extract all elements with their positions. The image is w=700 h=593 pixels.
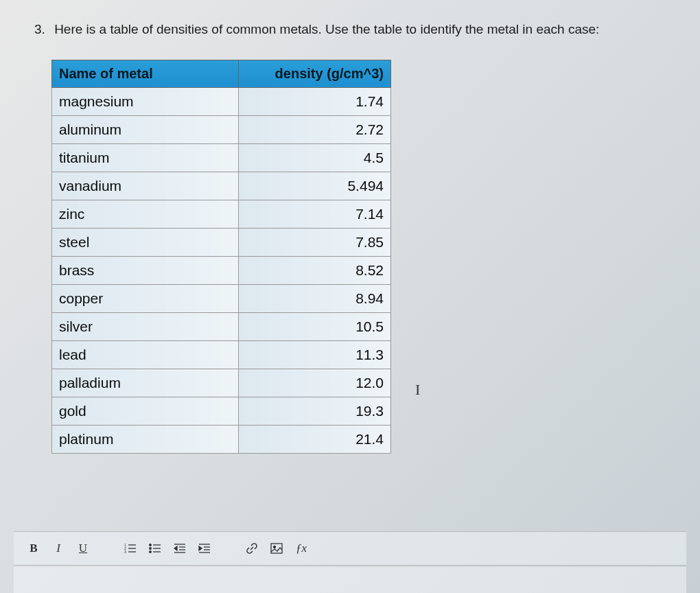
svg-marker-16 [174,546,177,550]
table-row: platinum21.4 [52,425,391,453]
table-row: palladium12.0 [52,369,391,397]
metal-density-cell: 7.85 [238,228,390,256]
metal-density-cell: 5.494 [238,172,390,200]
table-row: aluminum2.72 [52,115,391,143]
metal-density-cell: 8.94 [238,284,390,312]
metal-name-cell: gold [52,397,239,425]
metal-density-cell: 1.74 [238,87,390,115]
metal-name-cell: steel [52,228,239,256]
table-row: lead11.3 [52,340,391,369]
metal-name-cell: copper [52,284,239,312]
image-button[interactable] [267,539,286,558]
metal-density-cell: 10.5 [238,312,390,340]
text-cursor-icon: I [415,381,420,399]
table-row: magnesium1.74 [52,87,391,115]
question-number: 3. [34,22,45,36]
table-row: brass8.52 [52,256,391,284]
metal-density-cell: 12.0 [238,369,390,397]
italic-button[interactable]: I [49,539,68,558]
header-name: Name of metal [52,60,239,87]
link-button[interactable] [242,539,261,558]
metal-density-cell: 4.5 [238,143,390,172]
metal-name-cell: silver [52,312,239,340]
formula-button[interactable]: ƒx [292,539,311,558]
outdent-button[interactable] [170,539,189,558]
metal-density-cell: 21.4 [238,425,390,453]
metal-density-cell: 7.14 [238,200,390,228]
table-row: silver10.5 [52,312,391,340]
answer-input-area[interactable] [14,567,686,593]
svg-point-7 [150,548,152,550]
metal-name-cell: zinc [52,200,239,228]
header-density: density (g/cm^3) [238,60,390,87]
svg-point-6 [150,544,152,546]
svg-point-8 [150,551,152,553]
metal-name-cell: brass [52,256,239,284]
metal-name-cell: titanium [52,143,239,172]
metal-name-cell: aluminum [52,115,239,143]
metal-density-cell: 11.3 [238,340,390,369]
question-body: Here is a table of densities of common m… [54,22,599,36]
density-table: Name of metal density (g/cm^3) magnesium… [51,60,391,454]
table-row: vanadium5.494 [52,172,391,200]
metal-name-cell: palladium [52,369,239,397]
question-text: 3. Here is a table of densities of commo… [34,21,679,39]
metal-name-cell: vanadium [52,172,239,200]
table-row: gold19.3 [52,397,391,425]
indent-button[interactable] [195,539,214,558]
metal-density-cell: 19.3 [238,397,390,425]
metal-density-cell: 2.72 [238,115,390,143]
table-row: copper8.94 [52,284,391,312]
svg-point-23 [274,546,276,548]
svg-marker-21 [199,546,202,550]
table-row: zinc7.14 [52,200,391,228]
svg-text:3: 3 [124,550,126,554]
metal-density-cell: 8.52 [238,256,390,284]
numbered-list-button[interactable]: 123 [121,539,140,558]
underline-button[interactable]: U [73,539,93,558]
metal-name-cell: platinum [52,425,239,453]
bullet-list-button[interactable] [145,539,165,558]
table-header-row: Name of metal density (g/cm^3) [52,60,391,87]
metal-name-cell: lead [52,340,239,369]
table-row: steel7.85 [52,228,391,256]
bold-button[interactable]: B [24,539,43,558]
editor-toolbar: B I U 123 ƒx [14,531,686,566]
table-row: titanium4.5 [52,143,391,172]
metal-name-cell: magnesium [52,87,239,115]
